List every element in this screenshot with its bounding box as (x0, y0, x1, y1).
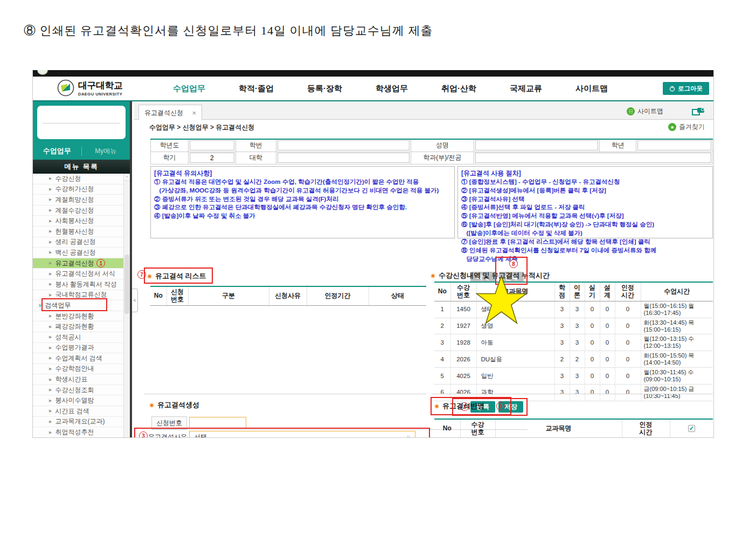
favicon (37, 70, 48, 75)
logo-text: 대구대학교 DAEGU UNIVERSITY (78, 79, 123, 97)
content-area: 유고결석신청 × ☷ 사이트맵 수업업무 > 신청업무 > 유고결석신청 ★ 즐… (134, 101, 714, 438)
scroll-up-icon[interactable]: ^ (124, 174, 130, 181)
triangle-right-icon: ▶ (49, 409, 52, 413)
absence-list-table: No신청 번호구분신청사유인정기간상태 (150, 286, 426, 306)
label-student-no: 학번 (235, 139, 276, 152)
enrollment-row[interactable]: 31928아동33000월(12:00~13:15) 수(12:00~13:15… (434, 334, 713, 351)
sidebar-item-6[interactable]: ▶헌혈봉사신청 (33, 227, 130, 237)
nav-item-1[interactable]: 수업업무 (173, 84, 205, 94)
column-header: 신청사유 (269, 286, 307, 305)
triangle-right-icon: ▶ (49, 314, 52, 318)
triangle-right-icon: ▶ (49, 420, 52, 424)
cell-name: 아동 (476, 334, 554, 351)
sidebar-item-5[interactable]: ▶사회봉사신청 (33, 216, 130, 227)
enrollment-row[interactable]: 11450생태33000월(15:00~16:15) 월(16:30~17:45… (434, 301, 713, 318)
student-no-input[interactable] (278, 140, 410, 150)
favorite-link[interactable]: ★ 즐겨찾기 (668, 122, 705, 132)
sidebar-tab-mymenu[interactable]: My메뉴 (81, 147, 130, 156)
cell-design: 0 (600, 385, 615, 401)
sidebar-item-2[interactable]: ▶수강허가신청 (33, 184, 130, 195)
nav-item-7[interactable]: 사이트맵 (575, 84, 608, 94)
sitemap-link[interactable]: ☷ 사이트맵 (627, 107, 663, 116)
label-semester: 학기 (151, 152, 189, 164)
enrollment-row[interactable]: 21927생명33000화(13:30~14:45) 목(15:00~16:15… (434, 318, 713, 334)
scrollbar-thumb[interactable] (124, 255, 129, 314)
apply-no-input[interactable] (189, 417, 246, 429)
sidebar-item-9[interactable]: ▶유고결석신청1 (33, 258, 130, 269)
cell-name: DU실용 (476, 351, 554, 368)
cell-no: 3 (434, 334, 450, 351)
nav-item-3[interactable]: 등록·장학 (307, 84, 342, 94)
enrollment-row[interactable]: 42026DU실용22000화(15:00~15:50) 목(14:00~14:… (434, 351, 713, 368)
year-input[interactable] (190, 140, 234, 150)
sidebar-item-19[interactable]: ▶수강학점안내 (33, 364, 130, 375)
reason-select[interactable]: 선택 ∨ (189, 431, 415, 438)
cell-theory: 3 (570, 368, 585, 385)
apply-header-row: No수강 번호교과목명인정 시간✓ (434, 419, 713, 438)
cell-design: 0 (600, 318, 615, 334)
power-icon (669, 86, 675, 92)
sidebar-collapse-handle[interactable]: < (132, 289, 138, 312)
nav-item-5[interactable]: 취업·산학 (441, 84, 476, 94)
enrollment-row[interactable]: 64026과학33000금(09:00~10:15) 금(10:30~11:45… (434, 385, 713, 401)
notice-procedure: [유고결석 사용 절차] ① [종합정보시스템] - 수업업무 - 신청업무 -… (457, 166, 713, 238)
sidebar-item-3[interactable]: ▶계절희망신청 (33, 195, 130, 205)
label-year: 학년도 (151, 139, 189, 152)
sidebar-item-18[interactable]: ▶수업계획서 검색 (33, 353, 130, 364)
sidebar-item-10[interactable]: ▶유고결석신청서 서식 (33, 269, 130, 279)
tab-close-icon[interactable]: × (192, 109, 196, 117)
enrollment-row[interactable]: 54025일반33000월(10:30~11:45) 수(09:00~10:15… (434, 368, 713, 385)
sidebar-item-label: 성적공시 (55, 333, 81, 342)
cell-name: 과학 (476, 385, 554, 401)
sidebar-item-12[interactable]: ▶국내학점교류신청 (33, 290, 130, 301)
tab-absence-application[interactable]: 유고결석신청 × (138, 105, 202, 120)
sidebar-item-13[interactable]: ∨검색업무 (33, 300, 130, 311)
nav-item-6[interactable]: 국제교류 (510, 84, 542, 94)
annotation-circle-step8: 8 (509, 259, 518, 268)
sidebar-item-23[interactable]: ▶시간표 검색 (33, 406, 130, 417)
sidebar-item-25[interactable]: ▶취업적성추천 (33, 427, 130, 438)
sidebar-item-14[interactable]: ▶분반강좌현황 (33, 311, 130, 322)
triangle-right-icon: ▶ (49, 399, 52, 403)
annotation-circle-step3: 3 (139, 431, 148, 438)
sidebar-item-22[interactable]: ▶봉사이수열람 (33, 395, 130, 406)
cell-recognized: 0 (615, 318, 641, 334)
sidebar-scrollbar[interactable]: ^ (123, 174, 130, 438)
nav-item-4[interactable]: 학생업무 (376, 84, 408, 94)
university-logo[interactable]: 대구대학교 DAEGU UNIVERSITY (57, 79, 123, 97)
sidebar-item-20[interactable]: ▶학생시간표 (33, 374, 130, 385)
cell-theory: 2 (570, 351, 585, 368)
breadcrumb: 수업업무 > 신청업무 > 유고결석신청 (149, 123, 254, 132)
cell-design: 0 (600, 334, 615, 351)
sidebar-item-1[interactable]: ▶수강신청 (33, 174, 130, 184)
sidebar-item-11[interactable]: ▶봉사 활동계획서 작성 (33, 279, 130, 290)
triangle-right-icon: ▶ (49, 282, 52, 286)
sidebar-tab-classwork[interactable]: 수업업무 (33, 146, 81, 156)
cell-design: 0 (600, 368, 615, 385)
select-all-checkbox[interactable]: ✓ (688, 425, 695, 432)
sidebar-item-24[interactable]: ▶교과목개요(교과) (33, 417, 130, 428)
sidebar-item-label: 유고결석신청서 서식 (55, 269, 115, 278)
sidebar-item-17[interactable]: ▶수업평가결과 (33, 343, 130, 354)
column-header: 교과목명 (476, 282, 554, 301)
semester-input[interactable] (190, 153, 234, 163)
annotation-circle-step5: 5 (496, 402, 505, 410)
sidebar-item-4[interactable]: ▶계절수강신청 (33, 205, 130, 216)
nav-item-2[interactable]: 학적·졸업 (239, 84, 274, 94)
name-input[interactable] (475, 140, 598, 150)
sidebar-item-8[interactable]: ▶백신 공결신청 (33, 248, 130, 258)
column-header: 인정기간 (307, 286, 369, 305)
cell-no: 5 (434, 368, 450, 385)
grade-input[interactable] (637, 140, 711, 150)
cell-practice: 0 (585, 368, 600, 385)
dept-input[interactable] (475, 153, 711, 163)
sidebar-item-15[interactable]: ▶폐강강좌현황 (33, 321, 130, 332)
cell-name: 생태 (476, 301, 554, 318)
sidebar-item-16[interactable]: ▶성적공시 (33, 332, 130, 343)
logout-button[interactable]: 로그아웃 (663, 82, 709, 95)
college-input[interactable] (278, 153, 410, 163)
window-popout-icon[interactable] (692, 107, 705, 115)
sidebar-item-21[interactable]: ▶수강신청조회 (33, 385, 130, 396)
browser-top-strip (33, 70, 713, 77)
sidebar-item-7[interactable]: ▶생리 공결신청 (33, 237, 130, 248)
